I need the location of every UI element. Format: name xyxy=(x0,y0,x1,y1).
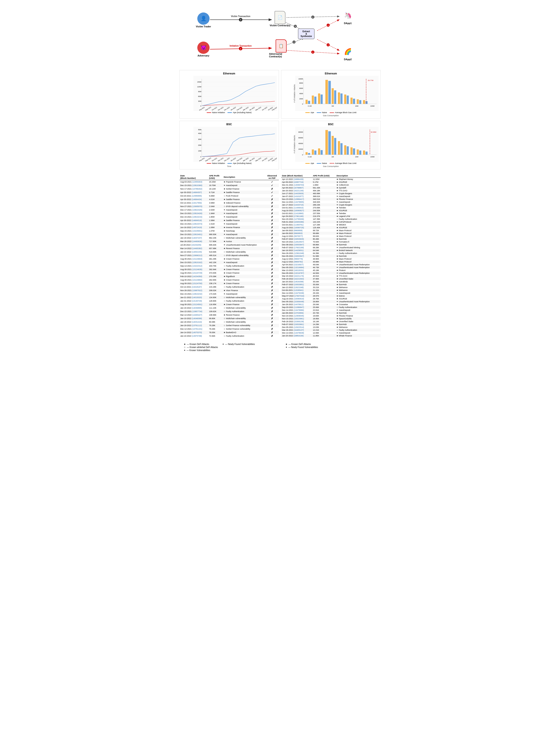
row-block-link[interactable]: (12810507) xyxy=(294,241,304,243)
row-block-link[interactable]: (13478986) xyxy=(294,309,304,311)
row-block-link[interactable]: (11086847) xyxy=(294,306,304,308)
row-block-link[interactable]: (14046099) xyxy=(192,317,202,319)
row-block-link[interactable]: (14684307) xyxy=(192,191,202,194)
row-block-link[interactable]: (12886417) xyxy=(294,198,304,200)
row-block-link[interactable]: (13810162) xyxy=(192,261,202,263)
row-block-link[interactable]: (15306139) xyxy=(294,320,304,323)
row-block-link[interactable]: (15023981) xyxy=(294,317,304,320)
row-block-link[interactable]: (14465427) xyxy=(192,314,202,316)
row-block-link[interactable]: (12955063) xyxy=(192,181,202,183)
row-block-link[interactable]: (14433926) xyxy=(294,192,303,195)
row-block-link[interactable]: (12795006) xyxy=(294,218,304,220)
row-block-link[interactable]: (12961048) xyxy=(294,252,304,254)
row-block-link[interactable]: (12909045) xyxy=(294,315,304,317)
row-block-link[interactable]: (14460636) xyxy=(192,240,202,242)
row-block-link[interactable]: (15053947) xyxy=(294,243,304,246)
row-block-link[interactable]: (13099703) xyxy=(294,184,304,186)
row-block-link[interactable]: (13124591) xyxy=(192,303,202,306)
row-block-link[interactable]: (13810426) xyxy=(192,212,202,214)
row-block-link[interactable]: (13418167) xyxy=(192,286,202,288)
row-block-link[interactable]: (10090725) xyxy=(294,227,304,229)
row-block-link[interactable]: (14575370) xyxy=(192,331,202,334)
row-block-link[interactable]: (14433715) xyxy=(294,204,303,206)
row-block-link[interactable]: (11406815) xyxy=(294,207,303,209)
row-block-link[interactable]: (18305386) xyxy=(294,221,304,223)
row-block-link[interactable]: (12995895) xyxy=(192,195,202,197)
row-block-link[interactable]: (13216927) xyxy=(294,263,303,266)
row-block-link[interactable]: (17361160) xyxy=(294,215,303,217)
row-block-link[interactable]: (12622514) xyxy=(294,326,304,328)
row-block-link[interactable]: (13124729) xyxy=(192,272,202,274)
row-block-link[interactable]: (16886439) xyxy=(294,178,303,180)
row-block-link[interactable]: (14031416) xyxy=(192,321,202,323)
row-block-link[interactable]: (13478639) xyxy=(294,332,304,334)
row-block-link[interactable]: (10090919) xyxy=(294,298,304,300)
row-block-link[interactable]: (15053929) xyxy=(294,238,304,240)
row-block-link[interactable]: (13478895) xyxy=(294,201,304,203)
row-block-link[interactable]: (13810232) xyxy=(192,293,202,295)
row-block-link[interactable]: (17602189) xyxy=(294,247,304,249)
row-block-link[interactable]: (16221156) xyxy=(294,189,303,192)
row-block-link[interactable]: (13810401) xyxy=(192,233,202,235)
row-block-link[interactable]: (9969776) xyxy=(294,258,303,260)
row-block-link[interactable]: (15053951) xyxy=(294,283,304,286)
row-block-link[interactable]: (16798807) xyxy=(294,187,303,189)
row-block-link[interactable]: (13696312) xyxy=(192,254,202,257)
row-block-link[interactable]: (10090827) xyxy=(294,209,304,212)
row-block-link[interactable]: (13124635) xyxy=(192,268,202,271)
row-block-link[interactable]: (14036895) xyxy=(192,307,202,309)
row-block-link[interactable]: (14161877) xyxy=(294,195,303,198)
row-block-link[interactable]: (16221563) xyxy=(294,278,304,280)
row-block-link[interactable]: (14015020) xyxy=(192,297,202,299)
row-block-link[interactable]: (14684518) xyxy=(192,219,202,222)
row-block-link[interactable]: (13822426) xyxy=(192,209,202,211)
row-block-link[interactable]: (13222312) xyxy=(192,265,202,267)
row-block-link[interactable]: (10087724) xyxy=(294,181,303,183)
row-block-link[interactable]: (13229001) xyxy=(192,230,202,232)
row-block-link[interactable]: (15053961) xyxy=(294,323,304,326)
row-block-link[interactable]: (11469791) xyxy=(294,224,303,226)
row-block-link[interactable]: (11410860) xyxy=(294,212,303,214)
row-block-link[interactable]: (13216684) xyxy=(294,266,304,268)
row-block-link[interactable]: (13810215) xyxy=(192,216,202,218)
row-block-link[interactable]: (13791112) xyxy=(192,324,202,327)
row-block-link[interactable]: (9970577) xyxy=(294,235,303,237)
row-block-link[interactable]: (13130729) xyxy=(192,300,202,302)
row-block-link[interactable]: (15233205) xyxy=(191,244,201,246)
row-block-link[interactable]: (13417956) xyxy=(192,202,202,204)
row-block-link[interactable]: (13703956) xyxy=(294,312,303,314)
row-block-link[interactable]: (14972419) xyxy=(192,226,202,229)
row-block-link[interactable]: (13857734) xyxy=(192,310,202,313)
row-block-link[interactable]: (13124700) xyxy=(192,282,202,285)
row-block-link[interactable]: (18854194) xyxy=(294,335,303,337)
row-block-link[interactable]: (11530941) xyxy=(294,289,303,291)
row-block-link[interactable]: (14429051) xyxy=(294,249,303,252)
row-block-link[interactable]: (17607316) xyxy=(294,295,304,297)
row-block-link[interactable]: (14037237) xyxy=(192,237,202,239)
row-block-link[interactable]: (9969958) xyxy=(294,229,302,232)
row-block-link[interactable]: (14234350) xyxy=(192,275,202,278)
row-block-link[interactable]: (14465382) xyxy=(192,247,202,250)
row-block-link[interactable]: (16221176) xyxy=(294,275,304,277)
row-block-link[interactable]: (13687922) xyxy=(192,289,202,291)
row-block-link[interactable]: (14478911) xyxy=(294,303,303,306)
row-block-link[interactable]: (16405137) xyxy=(294,329,304,331)
row-block-link[interactable]: (15053947) xyxy=(294,255,304,257)
row-block-link[interactable]: (12621548) xyxy=(294,286,303,288)
row-block-link[interactable]: (9969782) xyxy=(294,261,303,263)
row-block-link[interactable]: (9969953) xyxy=(294,232,302,234)
row-block-link[interactable]: (13810360) xyxy=(192,184,202,186)
row-block-link[interactable]: (15306448) xyxy=(294,301,304,303)
row-block-link[interactable]: (13479338) xyxy=(294,292,304,294)
row-block-link[interactable]: (13786402) xyxy=(192,188,202,190)
row-block-link[interactable]: (14684434) xyxy=(192,198,202,201)
row-block-link[interactable]: (14052155) xyxy=(192,251,202,253)
row-block-link[interactable]: (13975768) xyxy=(192,335,202,337)
row-block-link[interactable]: (13791101) xyxy=(192,328,202,330)
row-block-link[interactable]: (13695970) xyxy=(192,205,202,207)
row-block-link[interactable]: (13124682) xyxy=(192,279,202,281)
row-block-link[interactable]: (14534398) xyxy=(294,281,303,283)
row-block-link[interactable]: (13216787) xyxy=(294,272,304,274)
row-block-link[interactable]: (16015031) xyxy=(294,269,304,272)
row-block-link[interactable]: (13810374) xyxy=(192,223,202,225)
